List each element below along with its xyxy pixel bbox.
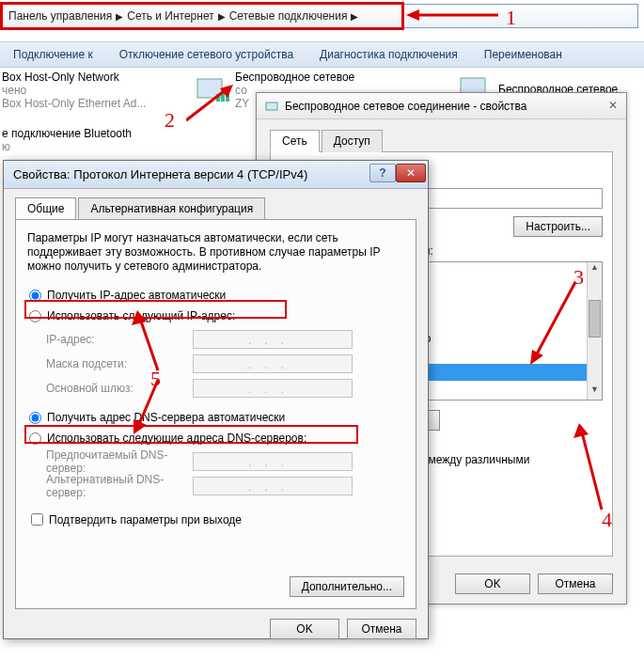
scroll-thumb[interactable] <box>589 300 601 338</box>
tab-general[interactable]: Общие <box>15 197 76 220</box>
mask-label: Маска подсети: <box>27 357 193 370</box>
advanced-button[interactable]: Дополнительно... <box>290 576 404 597</box>
dns1-label: Предпочитаемый DNS-сервер: <box>27 448 193 475</box>
radio-label: Использовать следующий IP-адрес: <box>47 309 235 322</box>
gateway-field: ... <box>193 379 353 398</box>
conn-line: Box Host-Only Ethernet Ad... <box>2 97 146 110</box>
ok-button[interactable]: OK <box>270 619 339 639</box>
connection-item-hostonly[interactable]: Box Host-Only Network чено Box Host-Only… <box>2 71 146 110</box>
checkbox-label: Подтвердить параметры при выходе <box>49 513 242 526</box>
radio-auto-ip[interactable]: Получить IP-адрес автоматически <box>27 287 404 304</box>
connection-item-bluetooth[interactable]: е подключение Bluetooth ю <box>2 127 132 153</box>
conn-line: Беспроводное сетевое <box>235 71 354 84</box>
help-icon[interactable]: ? <box>369 164 396 182</box>
breadcrumb-part-2[interactable]: Сеть и Интернет <box>127 9 213 23</box>
close-icon[interactable]: ✕ <box>396 164 426 182</box>
mask-field: ... <box>193 354 353 373</box>
conn-line: чено <box>2 84 146 97</box>
ip-field: ... <box>193 330 353 349</box>
toolbar: Подключение к Отключение сетевого устрой… <box>0 41 644 68</box>
dialog-titlebar: Свойства: Протокол Интернета версии 4 (T… <box>4 161 428 189</box>
toolbar-disable[interactable]: Отключение сетевого устройства <box>106 48 306 61</box>
radio-use-dns[interactable]: Использовать следующие адреса DNS-сервер… <box>27 430 404 447</box>
configure-button[interactable]: Настроить... <box>513 216 603 237</box>
dns2-label: Альтернативный DNS-сервер: <box>27 473 193 499</box>
dialog-titlebar: Беспроводное сетевое соединение - свойст… <box>257 93 626 119</box>
network-icon <box>190 71 229 109</box>
svg-rect-5 <box>266 102 277 110</box>
tabs: Общие Альтернативная конфигурация <box>15 196 416 219</box>
radio-label: Получить IP-адрес автоматически <box>47 289 226 302</box>
conn-line: ю <box>2 140 132 153</box>
tabs: Сеть Доступ <box>270 129 613 152</box>
ipv4-properties-dialog: Свойства: Протокол Интернета версии 4 (T… <box>3 160 429 639</box>
dialog-title: Свойства: Протокол Интернета версии 4 (T… <box>13 167 307 181</box>
radio-input[interactable] <box>29 310 41 322</box>
chevron-right-icon: ▶ <box>218 11 226 22</box>
adapter-icon <box>264 99 279 114</box>
radio-input[interactable] <box>29 432 41 445</box>
radio-label: Получить адрес DNS-сервера автоматически <box>47 411 285 424</box>
conn-line: Box Host-Only Network <box>2 71 146 84</box>
dns2-field: ... <box>193 477 353 495</box>
toolbar-rename[interactable]: Переименован <box>471 48 575 61</box>
close-icon[interactable]: ✕ <box>604 97 622 114</box>
tab-panel: Параметры IP могут назначаться автоматич… <box>15 219 416 609</box>
ok-button[interactable]: OK <box>455 574 530 594</box>
svg-rect-1 <box>216 94 220 102</box>
scrollbar[interactable]: ▲ ▼ <box>587 262 602 400</box>
ip-label: IP-адрес: <box>27 333 193 346</box>
chevron-right-icon: ▶ <box>351 11 358 22</box>
tab-alt-config[interactable]: Альтернативная конфигурация <box>78 197 265 220</box>
tab-access[interactable]: Доступ <box>322 130 383 152</box>
scroll-down-icon[interactable]: ▼ <box>588 385 602 400</box>
chevron-right-icon: ▶ <box>116 11 123 22</box>
breadcrumb-part-1[interactable]: Панель управления <box>8 9 112 23</box>
cancel-button[interactable]: Отмена <box>347 619 416 639</box>
radio-input[interactable] <box>29 290 41 302</box>
toolbar-diagnose[interactable]: Диагностика подключения <box>306 48 471 61</box>
info-text: Параметры IP могут назначаться автоматич… <box>27 231 404 274</box>
radio-input[interactable] <box>29 412 41 424</box>
validate-checkbox-row[interactable]: Подтвердить параметры при выходе <box>27 511 404 528</box>
toolbar-connect[interactable]: Подключение к <box>0 48 106 61</box>
breadcrumb-part-3[interactable]: Сетевые подключения <box>229 9 348 23</box>
validate-checkbox[interactable] <box>31 513 43 526</box>
dns1-field: ... <box>193 452 353 471</box>
svg-rect-2 <box>221 90 225 102</box>
gateway-label: Основной шлюз: <box>27 382 193 395</box>
radio-auto-dns[interactable]: Получить адрес DNS-сервера автоматически <box>27 409 404 426</box>
radio-label: Использовать следующие адреса DNS-сервер… <box>47 432 306 445</box>
conn-line: е подключение Bluetooth <box>2 127 132 140</box>
cancel-button[interactable]: Отмена <box>538 574 613 594</box>
tab-network[interactable]: Сеть <box>270 130 320 152</box>
breadcrumb[interactable]: Панель управления ▶ Сеть и Интернет ▶ Се… <box>2 4 638 28</box>
scroll-up-icon[interactable]: ▲ <box>588 262 602 277</box>
dialog-title: Беспроводное сетевое соединение - свойст… <box>285 100 527 113</box>
radio-use-ip[interactable]: Использовать следующий IP-адрес: <box>27 307 404 324</box>
svg-rect-3 <box>226 86 229 102</box>
